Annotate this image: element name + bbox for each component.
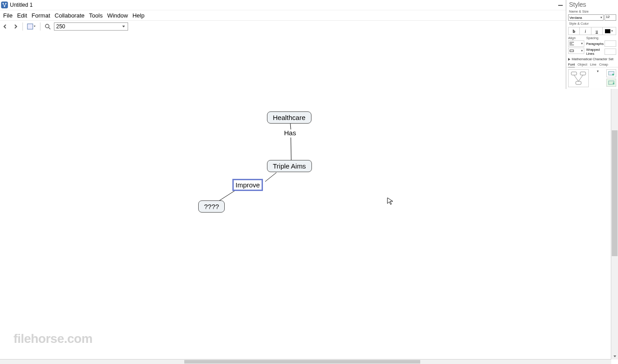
font-size-input[interactable]: 12: [605, 14, 616, 21]
font-name-select[interactable]: Verdana ▾: [568, 14, 604, 21]
svg-line-22: [578, 75, 583, 81]
svg-line-12: [219, 190, 236, 201]
add-style-icon[interactable]: +: [606, 79, 616, 87]
svg-rect-6: [27, 24, 33, 29]
chevron-down-icon: ▾: [611, 29, 613, 33]
node-unknown[interactable]: ????: [198, 200, 225, 213]
menu-tools[interactable]: Tools: [87, 11, 105, 20]
menu-help[interactable]: Help: [130, 11, 147, 20]
font-size-value: 12: [606, 15, 609, 19]
align-middle-icon: [569, 49, 574, 53]
label-text: Has: [284, 129, 296, 137]
svg-point-24: [612, 74, 614, 75]
section-align: Align: [568, 36, 584, 40]
app-icon: [1, 1, 8, 9]
zoom-combo[interactable]: 250: [54, 22, 128, 31]
watermark-tld: .com: [64, 332, 92, 346]
separator: [40, 22, 40, 31]
styles-tabs: Font Object Line Cmap: [566, 62, 618, 67]
link-label-has[interactable]: Has: [284, 129, 296, 137]
zoom-icon[interactable]: [44, 23, 51, 30]
view-dropdown-icon[interactable]: [27, 23, 36, 30]
menu-edit[interactable]: Edit: [15, 11, 29, 20]
panel-title-text: Styles: [569, 1, 586, 8]
font-name-value: Verdana: [569, 16, 582, 20]
svg-rect-13: [558, 5, 563, 6]
document-title: Untitled 1: [10, 2, 33, 8]
svg-line-10: [291, 138, 291, 161]
menu-format[interactable]: Format: [29, 11, 52, 20]
toolbar: 250: [0, 21, 618, 33]
menu-collaborate[interactable]: Collaborate: [53, 11, 87, 20]
menubar: File Edit Format Collaborate Tools Windo…: [0, 10, 618, 21]
horizontal-scroll-thumb[interactable]: [184, 360, 420, 364]
math-charset-toggle[interactable]: Mathematical Character Set: [568, 57, 616, 61]
styles-panel-title: Styles: [566, 0, 618, 9]
svg-text:+: +: [613, 82, 614, 85]
canvas-area[interactable]: Healthcare Has Triple Aims Improve ???? …: [0, 31, 611, 360]
chevron-down-icon: ▾: [581, 49, 583, 53]
tab-object[interactable]: Object: [578, 62, 587, 67]
svg-line-21: [574, 75, 578, 81]
align-left-icon: [569, 42, 574, 45]
align-horizontal-select[interactable]: ▾: [568, 40, 584, 47]
underline-button[interactable]: u: [591, 27, 602, 35]
cmap-preview-thumbnail[interactable]: [568, 69, 589, 87]
svg-line-8: [49, 27, 50, 29]
svg-rect-17: [570, 50, 574, 52]
separator: [22, 22, 23, 31]
spacing-wrapped-label: Wrapped Lines: [586, 48, 604, 56]
vertical-scroll-thumb[interactable]: [612, 130, 618, 256]
font-color-button[interactable]: ▾: [602, 27, 616, 35]
connection-lines: [0, 31, 611, 360]
titlebar: Untitled 1: [0, 0, 618, 10]
wrapped-line-spacing-stepper[interactable]: [605, 49, 616, 55]
node-label: Triple Aims: [273, 162, 306, 170]
math-charset-label: Mathematical Character Set: [572, 57, 614, 61]
styles-panel: Styles Name & Size Verdana ▾ 12 Style & …: [566, 0, 618, 89]
section-style-color: Style & Color: [566, 21, 618, 26]
tab-font[interactable]: Font: [568, 62, 575, 67]
triangle-right-icon: [568, 58, 570, 61]
svg-rect-0: [1, 2, 8, 8]
nav-forward-button[interactable]: [12, 23, 19, 30]
scroll-down-icon[interactable]: [611, 353, 618, 360]
svg-point-7: [45, 24, 49, 28]
style-preset-icon[interactable]: [606, 69, 616, 77]
node-label: Healthcare: [273, 114, 306, 121]
chevron-down-icon: ▾: [581, 42, 583, 45]
section-name-size: Name & Size: [566, 9, 618, 14]
panel-minimize-icon[interactable]: [557, 3, 564, 8]
node-label: ????: [204, 203, 219, 210]
zoom-value: 250: [56, 23, 65, 30]
svg-rect-20: [576, 81, 581, 84]
chevron-down-icon[interactable]: [120, 23, 127, 30]
svg-rect-19: [580, 72, 586, 75]
italic-button[interactable]: i: [579, 27, 591, 35]
menu-file[interactable]: File: [1, 11, 15, 20]
spacing-paragraphs-label: Paragraphs: [586, 42, 604, 46]
bold-button[interactable]: b: [568, 27, 579, 35]
paragraph-spacing-stepper[interactable]: [605, 40, 616, 47]
color-chip-icon: [605, 29, 610, 33]
link-label-improve-editing[interactable]: Improve: [232, 179, 263, 191]
watermark-brand: filehorse: [13, 332, 64, 346]
chevron-down-icon: ▾: [600, 16, 602, 19]
node-healthcare[interactable]: Healthcare: [267, 111, 311, 124]
chevron-down-icon[interactable]: ▾: [596, 69, 600, 73]
node-triple-aims[interactable]: Triple Aims: [267, 160, 312, 172]
align-vertical-select[interactable]: ▾: [568, 48, 584, 54]
label-text: Improve: [236, 181, 260, 189]
menu-window[interactable]: Window: [105, 11, 130, 20]
nav-back-button[interactable]: [2, 23, 9, 30]
tab-cmap[interactable]: Cmap: [599, 62, 608, 67]
svg-line-11: [265, 173, 276, 182]
watermark: filehorse.com: [13, 332, 93, 346]
section-spacing: Spacing: [586, 36, 616, 40]
svg-rect-18: [571, 72, 577, 75]
horizontal-scrollbar[interactable]: [0, 359, 611, 364]
tab-line[interactable]: Line: [590, 62, 596, 67]
